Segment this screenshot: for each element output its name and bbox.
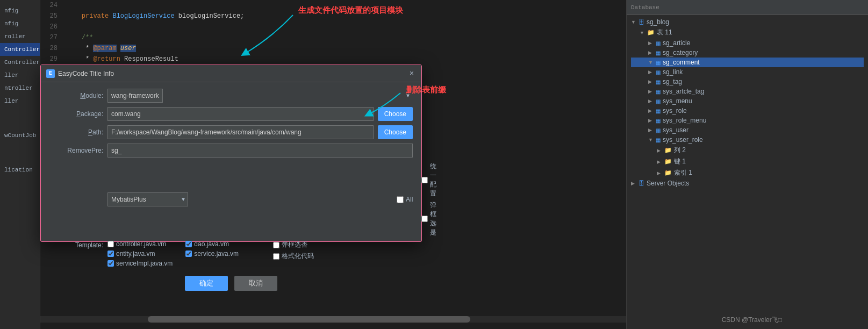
tree-label-sys-artcle-tag: sys_artcle_tag [663, 88, 704, 95]
tree-arrow-sg-comment: ▼ [648, 60, 656, 65]
sidebar-item-0[interactable]: nfig [0, 4, 40, 17]
extra-checkbox-label-2: 弹框选否 [282, 240, 307, 249]
tree-item-sg-tag[interactable]: ▶ ▦ sg_tag [631, 77, 864, 87]
tree-label-sys-user-role: sys_user_role [663, 136, 703, 144]
tree-arrow-sg-link: ▶ [648, 69, 656, 75]
dialog: E EasyCode Title Info × Module: wang-fra… [40, 65, 422, 242]
dialog-close-button[interactable]: × [407, 69, 416, 78]
tree-item-sg-link[interactable]: ▶ ▦ sg_link [631, 67, 864, 77]
tree-item-cols[interactable]: ▶ 📁 列 2 [631, 145, 864, 156]
template-checkbox-entity[interactable] [107, 251, 114, 257]
template-checkbox-controller[interactable] [107, 241, 114, 247]
sidebar-item-7[interactable]: wCountJob [0, 129, 40, 142]
remove-pre-input[interactable] [107, 144, 413, 158]
module-select[interactable]: wang-framework [107, 89, 163, 103]
extra-checkbox-input-1[interactable] [421, 216, 428, 222]
tree-label-sg-blog: sg_blog [647, 18, 669, 26]
template-type-row: MybatisPlus Default ▼ All 统一配置 弹框选是 [49, 162, 413, 237]
tree-item-indexes[interactable]: ▶ 📁 索引 1 [631, 167, 864, 178]
tree-item-sys-artcle-tag[interactable]: ▶ ▦ sys_artcle_tag [631, 87, 864, 96]
sidebar-item-controller[interactable]: Controller [0, 43, 40, 56]
sidebar-item-8[interactable]: lication [0, 163, 40, 176]
tree-arrow-server-objects: ▶ [631, 181, 639, 186]
tree-item-sys-user-role[interactable]: ▼ ▦ sys_user_role [631, 135, 864, 145]
cancel-button[interactable]: 取消 [234, 276, 277, 291]
package-row: Package: Choose [49, 107, 413, 121]
tree-label-sg-article: sg_article [663, 39, 690, 47]
tree-arrow-sg-tag: ▶ [648, 79, 656, 84]
module-label: Module: [49, 92, 103, 99]
tree-item-sys-user[interactable]: ▶ ▦ sys_user [631, 125, 864, 135]
extra-checkbox-2: 弹框选否 [273, 240, 314, 249]
extra-checkbox-input-3[interactable] [273, 253, 279, 260]
tree-arrow-sg-blog: ▼ [631, 19, 639, 25]
tree-item-sys-role-menu[interactable]: ▶ ▦ sys_role_menu [631, 116, 864, 125]
table-icon-sg-article: ▦ [656, 40, 661, 46]
tree-arrow-sys-artcle-tag: ▶ [648, 89, 656, 94]
tree-label-sys-menu: sys_menu [663, 97, 692, 105]
sidebar-item-5[interactable]: ntroller [0, 82, 40, 95]
scrollbar-thumb[interactable] [148, 316, 470, 323]
dialog-title-text: EasyCode Title Info [58, 70, 114, 77]
template-cb-service: service.java.vm [185, 250, 239, 258]
editor-scrollbar[interactable] [40, 316, 626, 323]
extra-checkbox-input-0[interactable] [421, 177, 428, 183]
module-select-wrapper: wang-framework ▼ [107, 89, 413, 103]
extra-checkbox-label-3: 格式化代码 [282, 252, 314, 261]
sidebar-item-6[interactable]: ller [0, 95, 40, 108]
template-cb-controller-label: controller.java.vm [116, 240, 166, 248]
right-panel: Database ▼ 🗄 sg_blog ▼ 📁 表 11 ▶ ▦ sg_art… [626, 0, 868, 329]
tree-label-sg-tag: sg_tag [663, 78, 682, 85]
template-cb-dao-label: dao.java.vm [194, 240, 229, 248]
sidebar-item-3[interactable]: Controller [0, 56, 40, 69]
path-choose-button[interactable]: Choose [378, 125, 413, 139]
table-icon-sys-role: ▦ [656, 108, 661, 114]
template-checkbox-service[interactable] [185, 251, 192, 257]
tree-label-sg-link: sg_link [663, 68, 683, 76]
sidebar: nfig nfig roller Controller Controller l… [0, 0, 40, 329]
dialog-body: Module: wang-framework ▼ Package: Choose… [41, 82, 421, 297]
tree-item-server-objects[interactable]: ▶ 🗄 Server Objects [631, 178, 864, 188]
tree-item-sg-category[interactable]: ▶ ▦ sg_category [631, 48, 864, 58]
tree-item-sg-blog[interactable]: ▼ 🗄 sg_blog [631, 17, 864, 27]
package-choose-button[interactable]: Choose [378, 107, 413, 121]
package-input[interactable] [107, 107, 374, 121]
template-label: Template: [49, 240, 103, 249]
extra-checkbox-input-2[interactable] [273, 242, 279, 248]
sidebar-item-4[interactable]: ller [0, 69, 40, 82]
table-icon-sg-tag: ▦ [656, 79, 661, 85]
tree-arrow-sys-user-role: ▼ [648, 137, 656, 142]
table-icon-sys-artcle-tag: ▦ [656, 89, 661, 95]
tree-label-sg-category: sg_category [663, 49, 698, 56]
tree-item-tables-folder[interactable]: ▼ 📁 表 11 [631, 27, 864, 38]
sidebar-item-2[interactable]: roller [0, 30, 40, 43]
package-label: Package: [49, 110, 103, 118]
path-input[interactable] [107, 125, 374, 139]
tree-label-tables: 表 11 [657, 28, 672, 37]
extra-checkbox-label-0: 统一配置 [430, 162, 436, 198]
tree-arrow-sg-article: ▶ [648, 40, 656, 46]
template-cb-controller: controller.java.vm [107, 240, 173, 248]
tree-item-sg-article[interactable]: ▶ ▦ sg_article [631, 38, 864, 48]
template-checkbox-service-impl[interactable] [107, 260, 114, 267]
template-checkbox-dao[interactable] [185, 241, 192, 247]
tree-item-sys-menu[interactable]: ▶ ▦ sys_menu [631, 96, 864, 106]
cols-folder-icon: 📁 [664, 147, 672, 154]
tree-label-sys-user: sys_user [663, 126, 688, 134]
template-left: controller.java.vm entity.java.vm servic… [107, 240, 173, 267]
template-cb-service-label: service.java.vm [194, 250, 239, 258]
database-tree: ▼ 🗄 sg_blog ▼ 📁 表 11 ▶ ▦ sg_article ▶ ▦ … [627, 15, 868, 329]
tree-item-sys-role[interactable]: ▶ ▦ sys_role [631, 106, 864, 116]
template-type-select[interactable]: MybatisPlus Default [107, 192, 188, 206]
table-icon-sys-user: ▦ [656, 127, 661, 133]
confirm-button[interactable]: 确定 [185, 276, 228, 291]
tree-item-sg-comment[interactable]: ▼ ▦ sg_comment [631, 58, 864, 67]
tree-arrow-sys-user: ▶ [648, 127, 656, 133]
table-icon-sg-category: ▦ [656, 50, 661, 56]
tree-label-sys-role: sys_role [663, 107, 687, 115]
table-icon-sys-user-role: ▦ [656, 137, 661, 143]
all-checkbox[interactable] [397, 196, 404, 203]
tree-item-keys[interactable]: ▶ 📁 键 1 [631, 156, 864, 167]
extra-checkbox-label-1: 弹框选是 [430, 201, 436, 237]
sidebar-item-1[interactable]: nfig [0, 17, 40, 30]
